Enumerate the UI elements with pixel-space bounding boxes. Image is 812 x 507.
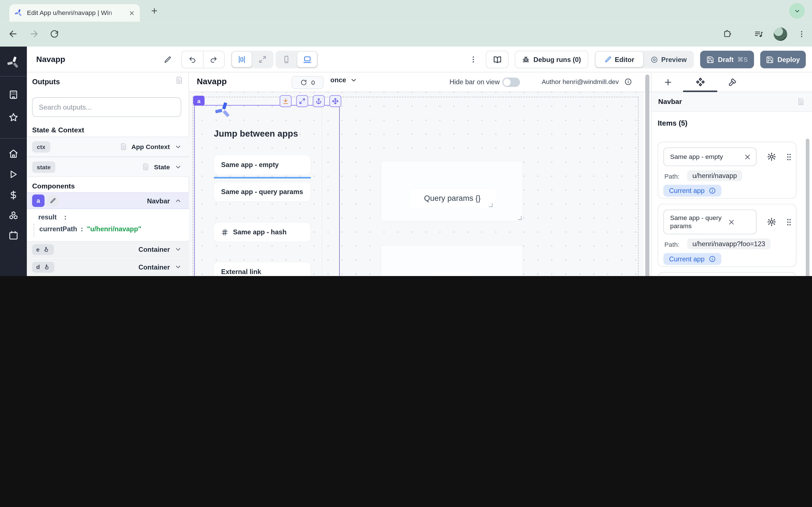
chevron-down-icon[interactable] (174, 143, 182, 151)
hash-container[interactable]: Hash: (380, 245, 523, 276)
item-2-label-box[interactable]: Same app - query params (663, 210, 757, 234)
preview-tab[interactable]: Preview (644, 52, 693, 67)
full-width-layout-button[interactable] (253, 52, 272, 67)
drag-grip-icon[interactable] (784, 218, 794, 226)
move-handle[interactable] (329, 95, 341, 107)
chevron-down-icon[interactable] (174, 263, 182, 271)
home-icon[interactable] (8, 149, 18, 159)
hash-text-box[interactable]: Hash: (433, 273, 472, 276)
rename-pencil-icon[interactable] (163, 56, 171, 64)
refresh-button[interactable]: 0 (292, 76, 324, 89)
anchor-handle[interactable] (313, 95, 324, 107)
nav-item-label: External link (221, 268, 261, 276)
ctx-type: App Context (132, 143, 170, 151)
avatar[interactable] (774, 27, 787, 41)
more-options-kebab-icon[interactable] (469, 55, 477, 64)
hide-bar-toggle[interactable] (502, 78, 520, 87)
nav-item-label: Same app - hash (233, 228, 287, 236)
editor-preview-toggle: Editor Preview (595, 51, 694, 68)
component-settings-tab-icon[interactable] (696, 77, 705, 87)
back-icon[interactable] (8, 29, 18, 39)
chevron-down-icon (794, 8, 801, 14)
info-icon[interactable] (709, 187, 716, 194)
docs-button[interactable] (486, 51, 509, 68)
desktop-view-button[interactable] (297, 52, 317, 67)
clear-x-icon[interactable] (744, 154, 751, 160)
chevron-down-icon (350, 76, 357, 83)
browser-menu-icon[interactable] (798, 30, 806, 38)
clear-x-icon[interactable] (728, 219, 735, 225)
extensions-puzzle-icon[interactable] (723, 30, 732, 38)
nav-item-same-app-empty[interactable]: Same app - empty (214, 155, 311, 174)
nav-item-label: Same app - query params (221, 188, 303, 196)
schedules-calendar-icon[interactable] (8, 230, 18, 240)
workspace-building-icon[interactable] (8, 90, 18, 100)
query-params-text-box[interactable]: Query params {} (410, 189, 495, 207)
component-a-edit-chip[interactable] (47, 195, 58, 206)
screen: Edit App u/henri/navapp | Win app.windmi… (0, 0, 812, 276)
selection-tag[interactable]: a (193, 96, 204, 106)
reload-icon[interactable] (50, 30, 59, 39)
nav-item-hash[interactable]: Same app - hash (214, 223, 311, 242)
expand-down-handle[interactable] (280, 95, 292, 107)
align-center-icon (238, 55, 246, 64)
browser-tab[interactable]: Edit App u/henri/navapp | Win (9, 4, 140, 22)
item-settings-gear-icon[interactable] (767, 152, 776, 161)
component-row-d[interactable]: d Container (27, 259, 189, 275)
debug-runs-button[interactable]: Debug runs (0) (515, 51, 589, 68)
styling-brush-tab-icon[interactable] (728, 78, 737, 87)
deploy-button[interactable]: Deploy (760, 51, 806, 68)
info-icon[interactable] (624, 78, 632, 86)
tab-close-icon[interactable] (129, 10, 135, 16)
windmill-logo[interactable] (7, 56, 20, 69)
resize-corner[interactable] (518, 216, 522, 220)
info-icon[interactable] (709, 256, 716, 262)
favorites-star-icon[interactable] (8, 112, 18, 123)
redo-button[interactable] (203, 51, 224, 68)
component-row-e[interactable]: e Container (27, 241, 189, 258)
chevron-down-icon[interactable] (174, 245, 182, 253)
playlist-icon[interactable] (754, 30, 763, 39)
chevron-down-icon[interactable] (174, 163, 182, 170)
editor-tab[interactable]: Editor (596, 52, 643, 67)
item-2-path: u/henri/navapp?foo=123 (687, 238, 770, 249)
state-context-heading: State & Context (32, 126, 84, 134)
drag-grip-icon[interactable] (784, 153, 794, 161)
fullsize-handle[interactable] (296, 95, 308, 107)
component-row-a[interactable]: a Navbar (27, 192, 189, 209)
editor-toolbar: Navapp Debug runs (0) Editor (27, 47, 812, 72)
resources-boxes-icon[interactable] (8, 211, 18, 221)
insert-component-tab-plus-icon[interactable] (663, 78, 673, 87)
item-settings-gear-icon[interactable] (767, 217, 776, 226)
nav-item-external-link[interactable]: External link (214, 262, 311, 276)
canvas-scrollbar[interactable] (645, 74, 650, 276)
doc-panel-icon[interactable] (175, 76, 183, 84)
result-key: result (38, 213, 57, 221)
settings-panel-tabs (651, 72, 812, 92)
tree-guide-line (34, 224, 34, 237)
nav-item-query-params[interactable]: Same app - query params (214, 182, 311, 202)
undo-button[interactable] (182, 51, 203, 68)
variables-dollar-icon[interactable] (8, 190, 18, 200)
settings-panel-scrollbar[interactable] (806, 138, 809, 276)
path-label: Path: (665, 173, 680, 180)
query-params-container[interactable]: Query params {} (380, 161, 523, 221)
new-tab-icon[interactable] (150, 7, 158, 15)
chevron-up-icon[interactable] (174, 197, 182, 205)
search-outputs-input[interactable] (32, 97, 181, 117)
toggle-knob (503, 78, 511, 86)
tab-search-button[interactable] (789, 3, 805, 18)
state-key-badge: state (32, 161, 55, 172)
preview-label: Preview (661, 55, 687, 63)
forward-icon[interactable] (29, 29, 39, 39)
centered-layout-button[interactable] (232, 52, 252, 67)
ctx-row[interactable]: ctx App Context (27, 136, 189, 157)
draft-button[interactable]: Draft ⌘S (700, 51, 754, 68)
runs-play-icon[interactable] (8, 169, 18, 180)
state-row[interactable]: state State (27, 157, 189, 177)
resize-corner[interactable] (489, 203, 493, 207)
doc-panel-icon[interactable] (797, 98, 805, 106)
item-1-label-box[interactable]: Same app - empty (663, 147, 757, 166)
mobile-view-button[interactable] (276, 52, 296, 67)
run-mode-dropdown[interactable]: once (331, 76, 357, 84)
